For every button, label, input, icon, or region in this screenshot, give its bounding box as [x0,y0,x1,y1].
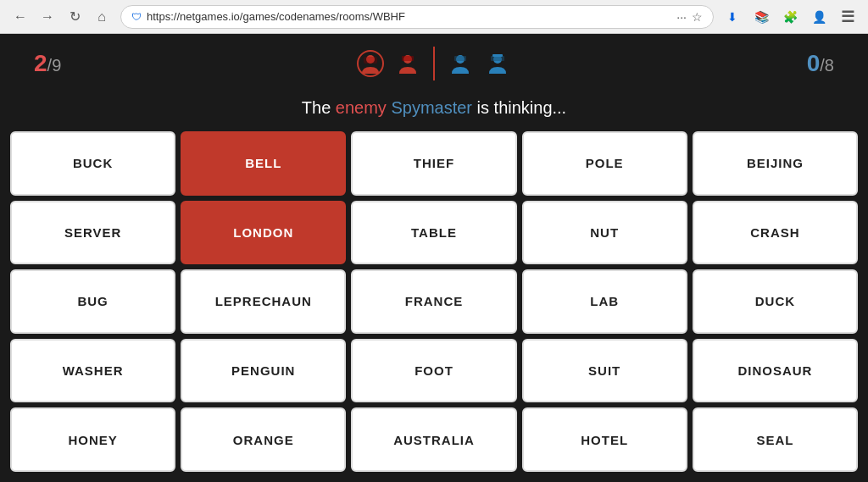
address-bar[interactable]: 🛡 https://netgames.io/games/codenames/ro… [120,5,714,29]
red-spy-icon [392,48,423,79]
card-buck[interactable]: BUCK [10,131,175,196]
more-dots-icon: ··· [676,10,687,24]
card-thief[interactable]: THIEF [351,131,516,196]
card-nut[interactable]: NUT [522,201,687,265]
nav-buttons: ← → ↻ ⌂ [8,5,114,29]
card-seal[interactable]: SEAL [693,407,858,472]
card-washer[interactable]: WASHER [10,339,175,403]
blue-score-total: /8 [820,56,834,75]
card-bug[interactable]: BUG [10,269,175,334]
card-bell[interactable]: BELL [181,131,346,196]
browser-action-buttons: ⬇ 📚 🧩 👤 ☰ [721,5,860,29]
game-area: 2/9 [0,34,868,482]
card-london[interactable]: LONDON [181,201,346,265]
status-spymaster: Spymaster [387,98,472,117]
extensions-button[interactable]: 🧩 [778,5,802,29]
red-score: 2/9 [34,50,61,77]
card-foot[interactable]: FOOT [351,339,516,403]
card-penguin[interactable]: PENGUIN [181,339,346,403]
blue-score-value: 0 [807,50,821,76]
card-pole[interactable]: POLE [522,131,687,196]
download-button[interactable]: ⬇ [721,5,744,29]
url-text: https://netgames.io/games/codenames/room… [147,10,671,23]
card-hotel[interactable]: HOTEL [522,407,687,472]
menu-button[interactable]: ☰ [836,5,860,29]
card-leprechaun[interactable]: LEPRECHAUN [181,269,346,334]
library-button[interactable]: 📚 [749,5,773,29]
status-enemy: enemy [336,98,387,117]
svg-rect-9 [492,54,503,57]
status-message: The enemy Spymaster is thinking... [0,93,868,126]
home-button[interactable]: ⌂ [90,5,114,29]
blue-spymaster-icon [482,48,513,79]
card-server[interactable]: SERVER [10,201,175,265]
card-grid: BUCKBELLTHIEFPOLEBEIJINGSERVERLONDONTABL… [0,126,868,482]
team-divider [433,47,435,80]
red-score-value: 2 [34,50,47,76]
red-spy-active-icon [355,48,386,79]
status-prefix: The [302,98,336,117]
blue-spy-icon [445,48,476,79]
blue-score: 0/8 [807,50,834,77]
status-suffix: is thinking... [472,98,566,117]
card-beijing[interactable]: BEIJING [693,131,858,196]
team-icons [355,47,513,80]
card-orange[interactable]: ORANGE [181,407,346,472]
profile-button[interactable]: 👤 [807,5,831,29]
card-duck[interactable]: DUCK [693,269,858,334]
card-france[interactable]: FRANCE [351,269,516,334]
svg-rect-2 [364,57,377,64]
card-australia[interactable]: AUSTRALIA [351,407,516,472]
card-dinosaur[interactable]: DINOSAUR [693,339,858,403]
red-score-total: /9 [47,56,62,75]
bookmark-icon[interactable]: ☆ [692,10,703,24]
back-button[interactable]: ← [8,5,32,29]
reload-button[interactable]: ↻ [63,5,86,29]
card-honey[interactable]: HONEY [10,407,175,472]
forward-button[interactable]: → [36,5,59,29]
security-shield-icon: 🛡 [131,11,142,23]
svg-rect-4 [402,56,414,61]
svg-rect-6 [454,56,466,61]
card-table[interactable]: TABLE [351,201,516,265]
browser-toolbar: ← → ↻ ⌂ 🛡 https://netgames.io/games/code… [0,0,868,34]
card-suit[interactable]: SUIT [522,339,687,403]
scoreboard: 2/9 [0,34,868,93]
card-crash[interactable]: CRASH [693,201,858,265]
card-lab[interactable]: LAB [522,269,687,334]
